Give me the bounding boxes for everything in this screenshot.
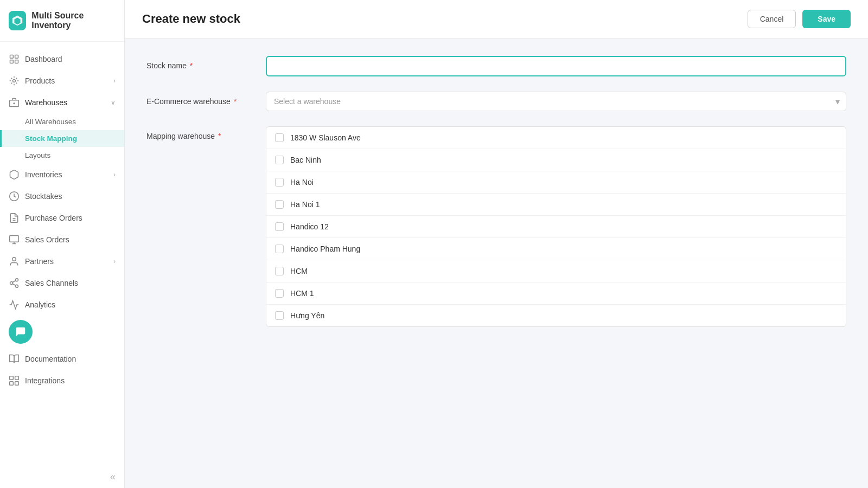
warehouse-list-item[interactable]: HCM 1 xyxy=(266,282,846,305)
warehouse-name-5: Handico Pham Hung xyxy=(290,245,360,253)
stock-name-label: Stock name * xyxy=(146,56,266,70)
inventories-chevron-icon: › xyxy=(113,171,116,178)
warehouse-name-6: HCM xyxy=(290,267,308,275)
app-title: Multi Source Inventory xyxy=(31,11,116,30)
header-actions: Cancel Save xyxy=(748,10,851,28)
warehouse-checkbox-1[interactable] xyxy=(275,156,284,164)
svg-point-16 xyxy=(12,258,16,261)
sidebar-item-integrations-label: Integrations xyxy=(25,376,116,385)
sidebar-item-purchase-orders-label: Purchase Orders xyxy=(25,214,116,222)
sidebar-item-stocktakes-label: Stocktakes xyxy=(25,192,116,201)
integrations-icon xyxy=(9,375,20,386)
warehouse-list-item[interactable]: Hưng Yên xyxy=(266,305,846,326)
sidebar-item-inventories[interactable]: Inventories › xyxy=(0,164,124,185)
save-button[interactable]: Save xyxy=(802,10,851,28)
documentation-icon xyxy=(9,354,20,364)
sidebar: Multi Source Inventory Dashboard Product… xyxy=(0,0,125,488)
sidebar-item-products[interactable]: Products › xyxy=(0,70,124,92)
warehouse-name-3: Ha Noi 1 xyxy=(290,200,320,209)
sidebar-item-integrations[interactable]: Integrations xyxy=(0,370,124,391)
warehouse-checkbox-0[interactable] xyxy=(275,133,284,142)
inventories-icon xyxy=(9,169,20,180)
warehouse-name-4: Handico 12 xyxy=(290,222,329,231)
products-chevron-icon: › xyxy=(113,77,116,85)
svg-rect-13 xyxy=(10,236,19,242)
warehouses-chevron-icon: ∨ xyxy=(111,99,116,106)
warehouse-name-7: HCM 1 xyxy=(290,289,314,298)
sidebar-item-partners-label: Partners xyxy=(25,257,108,266)
svg-point-18 xyxy=(10,282,13,285)
mapping-warehouse-row: Mapping warehouse * 1830 W Slauson Ave B… xyxy=(146,126,846,327)
sidebar-item-purchase-orders[interactable]: Purchase Orders xyxy=(0,207,124,229)
warehouse-checkbox-5[interactable] xyxy=(275,245,284,253)
warehouse-checkbox-3[interactable] xyxy=(275,200,284,209)
logo-icon xyxy=(9,11,26,30)
content-header: Create new stock Cancel Save xyxy=(125,0,868,38)
sidebar-item-sales-orders-label: Sales Orders xyxy=(25,235,116,244)
dashboard-icon xyxy=(9,54,20,65)
warehouse-list-item[interactable]: Ha Noi 1 xyxy=(266,194,846,216)
mapping-warehouse-control: 1830 W Slauson Ave Bac Ninh Ha Noi Ha No… xyxy=(266,126,846,327)
analytics-icon xyxy=(9,299,20,310)
warehouse-name-1: Bac Ninh xyxy=(290,156,321,164)
warehouse-checkbox-6[interactable] xyxy=(275,267,284,275)
svg-line-20 xyxy=(12,284,16,285)
chat-bubble-button[interactable] xyxy=(9,320,33,344)
svg-rect-24 xyxy=(10,382,14,386)
warehouse-checkbox-8[interactable] xyxy=(275,311,284,320)
warehouse-checkbox-2[interactable] xyxy=(275,178,284,187)
sidebar-nav: Dashboard Products › Warehouses ∨ xyxy=(0,42,124,466)
stocktakes-icon xyxy=(9,191,20,202)
sidebar-item-stocktakes[interactable]: Stocktakes xyxy=(0,185,124,207)
warehouse-list-item[interactable]: 1830 W Slauson Ave xyxy=(266,127,846,149)
warehouse-name-8: Hưng Yên xyxy=(290,311,324,320)
sidebar-item-analytics[interactable]: Analytics xyxy=(0,294,124,316)
sidebar-item-warehouses[interactable]: Warehouses ∨ xyxy=(0,92,124,113)
ecommerce-warehouse-label: E-Commerce warehouse * xyxy=(146,92,266,106)
sidebar-subitem-layouts[interactable]: Layouts xyxy=(0,147,124,164)
warehouse-name-2: Ha Noi xyxy=(290,178,314,187)
purchase-orders-icon xyxy=(9,213,20,223)
stock-name-input[interactable] xyxy=(266,56,846,76)
sidebar-item-warehouses-label: Warehouses xyxy=(25,98,105,107)
svg-point-6 xyxy=(13,80,16,82)
mapping-warehouse-label: Mapping warehouse * xyxy=(146,126,266,140)
mapping-warehouse-list: 1830 W Slauson Ave Bac Ninh Ha Noi Ha No… xyxy=(266,126,846,327)
svg-rect-3 xyxy=(15,55,18,59)
warehouse-list-item[interactable]: Handico 12 xyxy=(266,216,846,238)
products-icon xyxy=(9,75,20,86)
ecommerce-warehouse-row: E-Commerce warehouse * Select a warehous… xyxy=(146,92,846,111)
warehouse-list-item[interactable]: HCM xyxy=(266,260,846,282)
sidebar-item-sales-channels[interactable]: Sales Channels xyxy=(0,272,124,294)
sidebar-subitem-stock-mapping[interactable]: Stock Mapping xyxy=(0,130,124,147)
sidebar-item-dashboard[interactable]: Dashboard xyxy=(0,48,124,70)
warehouse-checkbox-7[interactable] xyxy=(275,289,284,298)
svg-rect-2 xyxy=(10,55,14,59)
warehouse-list-item[interactable]: Ha Noi xyxy=(266,171,846,194)
sidebar-collapse-button[interactable]: « xyxy=(0,466,124,488)
svg-rect-23 xyxy=(15,376,19,380)
partners-icon xyxy=(9,256,20,267)
cancel-button[interactable]: Cancel xyxy=(748,10,796,28)
sidebar-item-documentation-label: Documentation xyxy=(25,355,116,363)
sidebar-item-sales-orders[interactable]: Sales Orders xyxy=(0,229,124,251)
sidebar-item-documentation[interactable]: Documentation xyxy=(0,348,124,370)
main-content: Create new stock Cancel Save Stock name … xyxy=(125,0,868,488)
svg-line-21 xyxy=(12,280,16,282)
form-area: Stock name * E-Commerce warehouse * Sele… xyxy=(125,38,868,488)
sidebar-item-partners[interactable]: Partners › xyxy=(0,251,124,272)
warehouse-checkbox-4[interactable] xyxy=(275,222,284,231)
collapse-icon: « xyxy=(110,471,116,483)
partners-chevron-icon: › xyxy=(113,258,116,265)
sidebar-item-sales-channels-label: Sales Channels xyxy=(25,279,116,287)
warehouse-list-item[interactable]: Handico Pham Hung xyxy=(266,238,846,260)
warehouses-icon xyxy=(9,97,20,108)
sidebar-subitem-all-warehouses[interactable]: All Warehouses xyxy=(0,113,124,130)
warehouse-list-item[interactable]: Bac Ninh xyxy=(266,149,846,171)
ecommerce-warehouse-select[interactable]: Select a warehouse xyxy=(266,92,846,111)
stock-name-control xyxy=(266,56,846,76)
sidebar-item-analytics-label: Analytics xyxy=(25,300,116,309)
sales-channels-icon xyxy=(9,278,20,288)
svg-point-19 xyxy=(16,285,18,287)
sales-orders-icon xyxy=(9,234,20,245)
